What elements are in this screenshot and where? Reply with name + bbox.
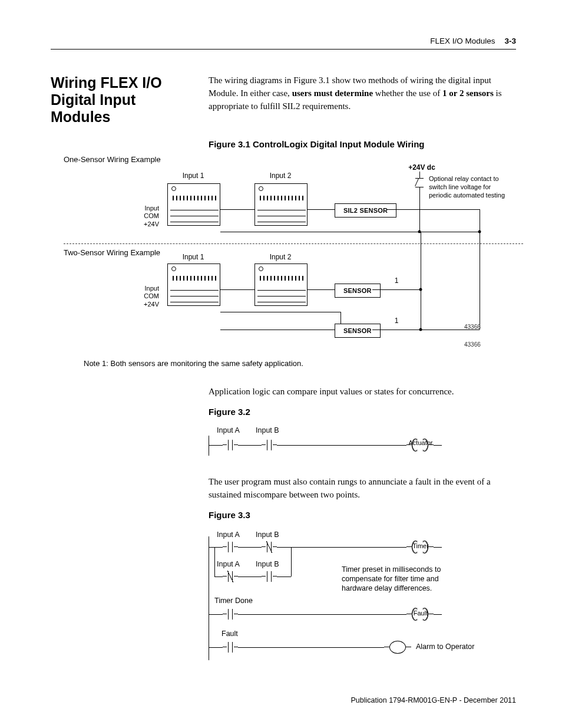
row-input: Input (145, 205, 159, 212)
intro-strong-2: 1 or 2 sensors (442, 88, 494, 98)
sensor-box-2: SENSOR (335, 324, 381, 338)
wire (220, 232, 480, 232)
label-input-a-2: Input A (217, 560, 240, 568)
branch (291, 547, 292, 577)
drawing-id-2: 43366 (464, 341, 481, 348)
module-2a (254, 183, 308, 226)
wire (372, 289, 421, 290)
row-labels-one: Input COM +24V (135, 205, 159, 228)
label-input2-b: Input 2 (263, 253, 298, 261)
two-sensor-title: Two-Sensor Wiring Example (64, 248, 160, 257)
wire (480, 232, 480, 330)
figure-3-3-caption: Figure 3.3 (209, 510, 516, 520)
rung (238, 647, 384, 648)
body-para-fault: The user program must also contain rungs… (209, 476, 516, 502)
contact-input-a (223, 439, 238, 451)
wire (421, 232, 421, 330)
body-para-concurrence: Application logic can compare input valu… (209, 386, 516, 398)
wire-dot (419, 288, 422, 291)
label-fault: Fault (222, 630, 238, 638)
rung (214, 577, 223, 577)
label-input-b-1: Input B (256, 531, 279, 539)
row-24v-b: +24V (144, 301, 159, 308)
example-separator (64, 243, 523, 244)
contact-xio-b1 (262, 541, 277, 553)
rung (277, 445, 406, 446)
module-1b (167, 263, 220, 306)
relay-description: Optional relay contact to switch line vo… (429, 175, 505, 199)
label-input-b-2: Input B (256, 560, 279, 568)
wire (480, 209, 480, 232)
rung (434, 547, 442, 548)
rung (238, 614, 406, 615)
note-ref-1: 1 (394, 276, 399, 285)
section-heading: Wiring FLEX I/O Digital Input Modules (51, 74, 192, 125)
drawing-id-1: 43366 (464, 324, 481, 330)
rung (209, 614, 223, 615)
one-sensor-title: One-Sensor Wiring Example (64, 155, 161, 164)
rung (277, 577, 291, 577)
wire (419, 187, 420, 232)
wire (220, 312, 340, 312)
section-lead: Wiring FLEX I/O Digital Input Modules Th… (51, 74, 516, 125)
contact-fault (223, 641, 238, 653)
label-input-a-1: Input A (217, 531, 240, 539)
intro-strong-1: users must determine (292, 88, 373, 98)
ladder-fig33: Timer Input A Input B Input A Input B Ti… (209, 525, 456, 666)
rung (434, 445, 442, 446)
contact-timer-done (223, 608, 238, 620)
running-head: FLEX I/O Modules 3-3 (51, 37, 516, 50)
row-input-b: Input (145, 285, 159, 292)
timer-note: Timer preset in milliseconds to compensa… (342, 565, 454, 594)
label-input-a: Input A (217, 426, 240, 434)
figure-3-1-note: Note 1: Both sensors are monitoring the … (84, 359, 516, 368)
intro-text-2: whether the use of (373, 88, 442, 98)
label-input-b: Input B (256, 426, 279, 434)
rung (434, 614, 442, 615)
rung (238, 445, 262, 446)
rung (209, 445, 223, 446)
module-1a (167, 183, 220, 226)
label-timer-done: Timer Done (214, 597, 253, 605)
contact-input-b (262, 439, 277, 451)
contact-xic-b2 (262, 571, 277, 582)
label-input1-b: Input 1 (176, 253, 211, 261)
figure-3-3: Figure 3.3 Timer Input A Input B Input A… (51, 510, 516, 666)
row-labels-two: Input COM +24V (135, 285, 159, 308)
wire (419, 172, 420, 178)
wiring-diagram: One-Sensor Wiring Example Input 1 Input … (64, 154, 523, 354)
relay-contact-icon (415, 178, 424, 187)
coil-alarm (384, 641, 411, 654)
label-alarm: Alarm to Operator (416, 643, 474, 651)
wire (220, 289, 254, 290)
module-2b (254, 263, 308, 306)
runhead-page: 3-3 (504, 37, 516, 45)
wire (372, 330, 421, 330)
branch (214, 547, 215, 577)
rung (238, 577, 262, 577)
coil-actuator-text: Actuator (408, 439, 434, 446)
wire (220, 209, 254, 210)
coil-fault-text: Fault (410, 610, 431, 617)
contact-xic-a1 (223, 541, 238, 553)
runhead-title: FLEX I/O Modules (430, 37, 495, 45)
sensor-box-1: SENSOR (335, 284, 381, 298)
note-ref-1b: 1 (394, 317, 399, 325)
left-rail (209, 536, 209, 660)
wire (220, 330, 340, 330)
rung (238, 547, 262, 548)
label-input1: Input 1 (176, 172, 211, 180)
coil-timer-text: Timer (409, 542, 432, 549)
row-com: COM (144, 212, 159, 219)
label-input2: Input 2 (263, 172, 298, 180)
figure-3-1-caption: Figure 3.1 ControlLogix Digital Input Mo… (209, 139, 516, 149)
ladder-fig32: Actuator Input A Input B (209, 421, 456, 465)
figure-3-2-caption: Figure 3.2 (209, 407, 516, 417)
wire (386, 209, 480, 210)
row-24v: +24V (144, 220, 159, 228)
publication-footer: Publication 1794-RM001G-EN-P - December … (351, 696, 516, 704)
label-24vdc: +24V dc (398, 163, 445, 172)
rung (209, 647, 223, 648)
section-intro: The wiring diagrams in Figure 3.1 show t… (209, 74, 516, 125)
contact-xio-a2 (223, 571, 238, 582)
